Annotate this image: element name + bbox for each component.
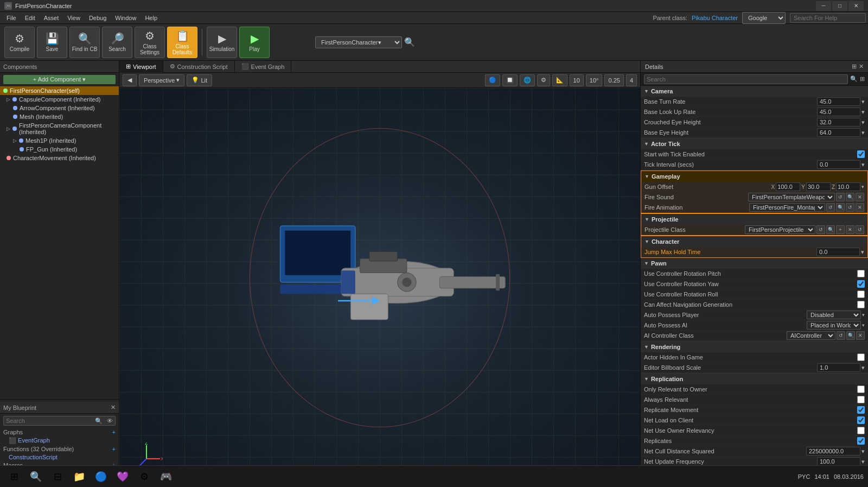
debug-filter-dropdown[interactable]: FirstPersonCharacter▾: [315, 36, 402, 48]
editor-billboard-scale-input[interactable]: [817, 363, 860, 372]
gun-offset-y-input[interactable]: [806, 182, 831, 191]
lit-button[interactable]: 💡 Lit: [187, 74, 212, 86]
net-load-on-client-checkbox[interactable]: [857, 416, 865, 424]
construction-script-item[interactable]: ConstructionScript: [0, 453, 119, 461]
replicates-checkbox[interactable]: [857, 437, 865, 445]
tick-interval-input[interactable]: [817, 160, 860, 169]
fire-animation-dropdown[interactable]: FirstPersonFire_Montage: [749, 203, 825, 212]
component-first-person-character[interactable]: FirstPersonCharacter(self): [0, 86, 119, 95]
auto-possess-ai-dropdown[interactable]: Placed in World: [807, 321, 861, 330]
viewport-icon-3[interactable]: 🌐: [520, 74, 535, 86]
base-turn-rate-input[interactable]: [817, 97, 860, 106]
details-grid-view-icon[interactable]: ⊞: [860, 75, 865, 83]
viewport-icon-2[interactable]: 🔲: [502, 74, 518, 86]
projectile-class-dropdown[interactable]: FirstPersonProjectile: [745, 225, 815, 234]
add-graph-icon[interactable]: +: [112, 429, 116, 435]
menu-debug[interactable]: Debug: [85, 14, 111, 22]
viewport-nav-back[interactable]: ◀: [123, 74, 137, 86]
search-taskbar-button[interactable]: 🔍: [26, 467, 46, 486]
crouched-eye-height-input[interactable]: [817, 118, 860, 127]
event-graph-item[interactable]: ⬛ EventGraph: [0, 437, 119, 445]
viewport-icon-5[interactable]: 📐: [552, 74, 567, 86]
gameplay-section-header[interactable]: ▼ Gameplay: [641, 171, 867, 182]
simulation-button[interactable]: ▶ Simulation: [207, 27, 237, 58]
ai-controller-clear-btn[interactable]: ✕: [856, 331, 865, 340]
pawn-section-header[interactable]: ▼ Pawn: [641, 258, 868, 269]
settings-button[interactable]: ⚙: [135, 467, 154, 486]
eye-expand-icon[interactable]: ▾: [861, 129, 865, 136]
class-settings-button[interactable]: ⚙ Class Settings: [135, 27, 165, 58]
only-relevant-checkbox[interactable]: [857, 385, 865, 393]
viewport-3d[interactable]: X Z Y: [119, 88, 640, 487]
projectile-section-header[interactable]: ▼ Projectile: [641, 214, 867, 225]
play-button[interactable]: ▶ Play: [239, 27, 270, 58]
menu-help[interactable]: Help: [141, 14, 162, 22]
debug-filter-search[interactable]: 🔍: [404, 37, 415, 47]
tab-viewport[interactable]: ⊞ Viewport: [119, 61, 163, 73]
fire-sound-dropdown[interactable]: FirstPersonTemplateWeaponFire02: [748, 193, 835, 201]
save-button[interactable]: 💾 Save: [37, 27, 67, 58]
crouch-expand-icon[interactable]: ▾: [861, 119, 865, 126]
jump-expand-icon[interactable]: ▾: [861, 249, 864, 256]
tab-construction-script[interactable]: ⚙ Construction Script: [163, 61, 235, 73]
component-mesh1p[interactable]: ▷ Mesh1P (Inherited): [0, 136, 119, 145]
start-with-tick-checkbox[interactable]: [857, 150, 865, 158]
vs-button[interactable]: 💜: [113, 467, 132, 486]
details-grid-icon[interactable]: ⊞: [852, 63, 857, 70]
replicate-movement-checkbox[interactable]: [857, 406, 865, 414]
replication-section-header[interactable]: ▼ Replication: [641, 374, 868, 384]
task-view-button[interactable]: ⊟: [48, 467, 67, 486]
search-button[interactable]: 🔎 Search: [102, 27, 132, 58]
rotation-snap-button[interactable]: 10°: [586, 74, 603, 86]
always-relevant-checkbox[interactable]: [857, 396, 865, 403]
gun-offset-x-input[interactable]: [776, 182, 800, 191]
fire-sound-clear-btn[interactable]: ✕: [856, 193, 864, 201]
menu-edit[interactable]: Edit: [21, 14, 40, 22]
minimize-button[interactable]: ─: [816, 1, 831, 11]
blueprint-search-input[interactable]: [4, 416, 93, 425]
use-controller-roll-checkbox[interactable]: [857, 290, 865, 298]
base-look-up-rate-input[interactable]: [817, 107, 860, 116]
billboard-expand-icon[interactable]: ▾: [861, 364, 865, 371]
can-affect-nav-checkbox[interactable]: [857, 301, 865, 308]
gun-offset-z-input[interactable]: [836, 182, 860, 191]
add-function-icon[interactable]: +: [112, 446, 116, 452]
search-engine-select[interactable]: Google: [742, 12, 786, 24]
fire-anim-search-btn[interactable]: 🔍: [836, 203, 845, 212]
net-update-frequency-input[interactable]: [817, 457, 860, 466]
ai-controller-reset-btn[interactable]: ↺: [837, 331, 845, 340]
component-arrow[interactable]: ArrowComponent (Inherited): [0, 104, 119, 112]
projectile-reset-btn[interactable]: ↺: [816, 225, 825, 234]
net-update-expand-icon[interactable]: ▾: [861, 458, 865, 465]
menu-window[interactable]: Window: [111, 14, 141, 22]
viewport-icon-1[interactable]: 🔵: [485, 74, 500, 86]
viewport-last-btn[interactable]: 4: [626, 74, 637, 86]
projectile-search-btn[interactable]: 🔍: [826, 225, 835, 234]
component-mesh[interactable]: Mesh (Inherited): [0, 112, 119, 121]
projectile-clear-btn[interactable]: ✕: [846, 225, 854, 234]
grid-size-button[interactable]: 10: [570, 74, 584, 86]
actor-hidden-checkbox[interactable]: [857, 353, 865, 361]
menu-asset[interactable]: Asset: [40, 14, 63, 22]
fire-anim-open-btn[interactable]: ✕: [856, 203, 864, 212]
look-up-expand-icon[interactable]: ▾: [861, 109, 865, 116]
fire-anim-reset-btn[interactable]: ↺: [826, 203, 835, 212]
details-search-input[interactable]: [644, 74, 848, 84]
scale-snap-button[interactable]: 0.25: [604, 74, 623, 86]
close-button[interactable]: ✕: [848, 1, 864, 11]
fire-sound-reset-btn[interactable]: ↺: [836, 193, 845, 201]
details-scroll[interactable]: ▼ Camera Base Turn Rate ▾ Base Look Up R…: [641, 86, 868, 487]
tick-expand-icon[interactable]: ▾: [861, 161, 865, 168]
ue4-taskbar-button[interactable]: 🎮: [156, 467, 176, 486]
base-eye-height-input[interactable]: [817, 128, 860, 137]
menu-view[interactable]: View: [63, 14, 85, 22]
gun-offset-expand-icon[interactable]: ▾: [861, 184, 864, 189]
ai-controller-search-btn[interactable]: 🔍: [846, 331, 855, 340]
search-help-input[interactable]: [790, 13, 866, 23]
projectile-more-btn[interactable]: ↺: [856, 225, 864, 234]
class-defaults-button[interactable]: 📋 Class Defaults: [167, 27, 197, 58]
use-controller-yaw-checkbox[interactable]: [857, 280, 865, 288]
component-character-movement[interactable]: CharacterMovement (Inherited): [0, 154, 119, 162]
component-fp-gun[interactable]: FP_Gun (Inherited): [0, 145, 119, 154]
start-button[interactable]: ⊞: [4, 467, 24, 486]
